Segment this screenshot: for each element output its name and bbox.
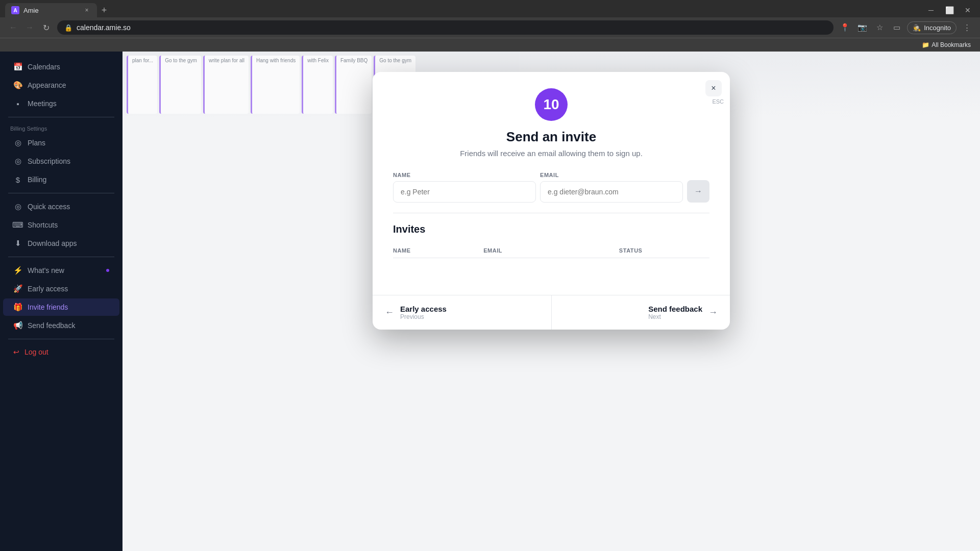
- bookmarks-folder-icon: 📁: [922, 41, 929, 48]
- sidebar-item-send-feedback[interactable]: 📢 Send feedback: [3, 317, 119, 334]
- sidebar-item-appearance[interactable]: 🎨 Appearance: [3, 77, 119, 94]
- invite-friends-icon: 🎁: [13, 303, 22, 312]
- email-input[interactable]: [540, 181, 683, 203]
- logout-icon: ↩: [13, 348, 19, 356]
- back-button[interactable]: ←: [6, 20, 20, 35]
- incognito-profile-button[interactable]: 🕵 Incognito: [907, 21, 957, 34]
- invite-count: 10: [543, 96, 559, 113]
- bookmarks-label: All Bookmarks: [932, 41, 971, 48]
- browser-chrome: A Amie × + ─ ⬜ ✕ ← → ↻ 🔒 calendar.amie.s…: [0, 0, 980, 52]
- maximize-button[interactable]: ⬜: [942, 3, 957, 17]
- prev-arrow-icon: ←: [385, 307, 394, 318]
- sidebar: 📅 Calendars 🎨 Appearance ▪ Meetings Bill…: [0, 52, 122, 551]
- address-bar[interactable]: 🔒 calendar.amie.so: [57, 20, 834, 35]
- invite-form-row: NAME EMAIL →: [393, 172, 709, 203]
- table-header-email: EMAIL: [483, 247, 619, 254]
- invite-title: Send an invite: [506, 129, 596, 145]
- sidebar-label-appearance: Appearance: [28, 81, 66, 89]
- next-button[interactable]: Send feedback Next →: [552, 295, 730, 330]
- table-header-status: STATUS: [619, 247, 709, 254]
- sidebar-toggle-button[interactable]: ▭: [890, 20, 904, 35]
- sidebar-item-logout[interactable]: ↩ Log out: [3, 344, 119, 360]
- camera-off-icon[interactable]: 📷: [855, 20, 869, 35]
- name-form-group: NAME: [393, 172, 536, 203]
- name-label: NAME: [393, 172, 536, 178]
- modal-container: × ESC 10 Send an invite Friends will rec…: [122, 52, 980, 551]
- next-label: Send feedback: [648, 305, 702, 313]
- window-controls: ─ ⬜ ✕: [924, 3, 975, 17]
- invite-friends-modal: × ESC 10 Send an invite Friends will rec…: [373, 72, 730, 330]
- minimize-button[interactable]: ─: [924, 3, 938, 17]
- browser-toolbar: ← → ↻ 🔒 calendar.amie.so 📍 📷 ☆ ▭ 🕵 Incog…: [0, 17, 980, 38]
- sidebar-item-plans[interactable]: ◎ Plans: [3, 134, 119, 152]
- modal-footer: ← Early access Previous Send feedback Ne…: [373, 295, 730, 330]
- modal-close-button[interactable]: ×: [705, 80, 722, 96]
- shortcuts-icon: ⌨: [13, 220, 22, 230]
- close-window-button[interactable]: ✕: [961, 3, 975, 17]
- sidebar-divider-4: [8, 339, 114, 339]
- sidebar-label-subscriptions: Subscriptions: [28, 157, 70, 165]
- email-label: EMAIL: [540, 172, 683, 178]
- sidebar-label-calendars: Calendars: [28, 63, 60, 71]
- invite-subtitle: Friends will receive an email allowing t…: [460, 149, 643, 158]
- table-header-name: NAME: [393, 247, 483, 254]
- name-input[interactable]: [393, 181, 536, 203]
- next-sublabel: Next: [648, 313, 702, 320]
- whats-new-icon: ⚡: [13, 266, 22, 275]
- email-form-group: EMAIL: [540, 172, 683, 203]
- sidebar-item-calendars[interactable]: 📅 Calendars: [3, 58, 119, 76]
- sidebar-item-subscriptions[interactable]: ◎ Subscriptions: [3, 153, 119, 170]
- esc-label: ESC: [712, 98, 724, 105]
- previous-button[interactable]: ← Early access Previous: [373, 295, 552, 330]
- sidebar-label-meetings: Meetings: [28, 99, 57, 108]
- billing-settings-label: Billing Settings: [0, 121, 122, 134]
- billing-icon: $: [13, 175, 22, 184]
- sidebar-item-download-apps[interactable]: ⬇ Download apps: [3, 235, 119, 252]
- prev-button-content: Early access Previous: [400, 305, 447, 320]
- sidebar-divider-2: [8, 193, 114, 193]
- sidebar-label-send-feedback: Send feedback: [28, 321, 75, 330]
- sidebar-item-early-access[interactable]: 🚀 Early access: [3, 280, 119, 297]
- sidebar-divider-1: [8, 117, 114, 117]
- invites-section: Invites NAME EMAIL STATUS: [393, 213, 709, 279]
- sidebar-item-shortcuts[interactable]: ⌨ Shortcuts: [3, 216, 119, 234]
- meetings-icon: ▪: [13, 99, 22, 108]
- prev-sublabel: Previous: [400, 313, 447, 320]
- sidebar-label-plans: Plans: [28, 139, 45, 147]
- send-icon: →: [694, 187, 702, 196]
- sidebar-divider-3: [8, 257, 114, 257]
- sidebar-item-whats-new[interactable]: ⚡ What's new: [3, 262, 119, 279]
- sidebar-label-quick-access: Quick access: [28, 203, 70, 211]
- sidebar-label-logout: Log out: [24, 348, 48, 356]
- sidebar-item-billing[interactable]: $ Billing: [3, 171, 119, 188]
- forward-button[interactable]: →: [22, 20, 37, 35]
- sidebar-item-quick-access[interactable]: ◎ Quick access: [3, 198, 119, 215]
- subscriptions-icon: ◎: [13, 157, 22, 166]
- menu-button[interactable]: ⋮: [960, 20, 974, 35]
- tab-favicon: A: [11, 6, 19, 14]
- send-invite-button[interactable]: →: [687, 180, 709, 203]
- plans-icon: ◎: [13, 138, 22, 147]
- sidebar-item-meetings[interactable]: ▪ Meetings: [3, 95, 119, 112]
- all-bookmarks-item[interactable]: 📁 All Bookmarks: [918, 40, 975, 50]
- sidebar-item-invite-friends[interactable]: 🎁 Invite friends: [3, 298, 119, 316]
- main-area: plan for... Go to the gym write plan for…: [122, 52, 980, 551]
- new-tab-button[interactable]: +: [97, 3, 111, 17]
- invite-header: 10 Send an invite Friends will receive a…: [393, 88, 709, 158]
- sidebar-label-billing: Billing: [28, 176, 46, 184]
- modal-body: 10 Send an invite Friends will receive a…: [373, 72, 730, 295]
- invites-empty-state: [393, 258, 709, 279]
- tab-bar: A Amie × + ─ ⬜ ✕: [0, 0, 980, 17]
- star-icon[interactable]: ☆: [872, 20, 887, 35]
- reload-button[interactable]: ↻: [39, 20, 53, 35]
- invites-table-header: NAME EMAIL STATUS: [393, 243, 709, 258]
- location-icon[interactable]: 📍: [838, 20, 852, 35]
- toolbar-actions: 📍 📷 ☆ ▭ 🕵 Incognito ⋮: [838, 20, 974, 35]
- tab-close-button[interactable]: ×: [83, 6, 91, 14]
- quick-access-icon: ◎: [13, 202, 22, 211]
- nav-buttons: ← → ↻: [6, 20, 53, 35]
- calendars-icon: 📅: [13, 62, 22, 71]
- download-icon: ⬇: [13, 239, 22, 248]
- browser-tab[interactable]: A Amie ×: [5, 3, 97, 17]
- appearance-icon: 🎨: [13, 81, 22, 90]
